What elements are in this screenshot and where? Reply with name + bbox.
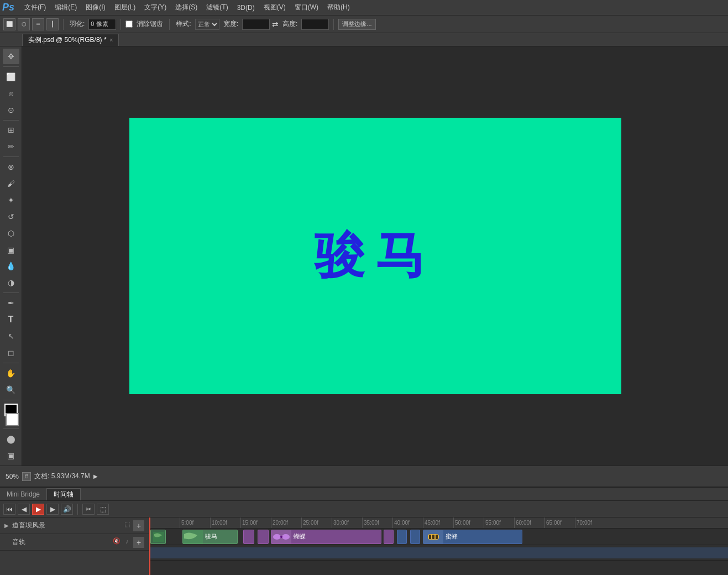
background-color[interactable] (6, 413, 19, 426)
history-brush-tool[interactable]: ↺ (3, 209, 19, 224)
menu-select[interactable]: 选择(S) (171, 2, 202, 13)
quick-select-tool[interactable]: ⊙ (3, 102, 19, 118)
rectangular-marquee-tool[interactable]: ⬜ (3, 69, 19, 85)
marquee-col-tool[interactable]: ┃ (46, 18, 59, 30)
clip-gap-1[interactable] (243, 530, 254, 544)
type-tool[interactable]: T (3, 312, 19, 327)
shape-tool[interactable]: ◻ (3, 345, 19, 360)
video-layer-row: ▶ 道畜坝风景 ⬚ + (0, 518, 149, 534)
style-select[interactable]: 正常 (195, 19, 219, 30)
marquee-ellipse-tool[interactable]: ⬡ (18, 18, 30, 30)
doc-size-value: 5.93M/34.7M (51, 472, 90, 480)
zoom-tool[interactable]: 🔍 (3, 382, 19, 398)
brush-tool[interactable]: 🖌 (3, 176, 19, 191)
timeline-controls: ⏮ ◀ ▶ ▶ 🔊 ✂ ⬚ (0, 501, 728, 518)
audio-layer-icons: 🔇 ♪ + (112, 537, 144, 548)
anti-alias-checkbox[interactable] (125, 20, 133, 28)
svg-point-3 (273, 534, 281, 540)
clip-gap-2[interactable] (258, 530, 269, 544)
audio-layer-add-clip[interactable]: + (133, 537, 144, 548)
clip-junma[interactable]: 骏马 (182, 530, 238, 544)
spot-heal-tool[interactable]: ⊗ (3, 159, 19, 175)
height-label: 高度: (282, 19, 297, 29)
marquee-rect-tool[interactable]: ⬜ (3, 18, 15, 30)
ruler-45: 45:00f (423, 518, 440, 528)
quick-mask-tool[interactable]: ⬤ (3, 431, 19, 447)
lasso-tool[interactable]: ⌾ (3, 86, 19, 101)
height-input[interactable] (301, 19, 329, 30)
clone-stamp-tool[interactable]: ✦ (3, 192, 19, 208)
pen-tool[interactable]: ✒ (3, 295, 19, 311)
video-layer-expand[interactable]: ▶ (4, 522, 9, 529)
adjust-edge-button[interactable]: 调整边缘... (338, 19, 375, 30)
menu-view[interactable]: 视图(V) (259, 2, 290, 13)
prev-frame-button[interactable]: ◀ (18, 504, 30, 515)
cut-button[interactable]: ✂ (82, 504, 95, 515)
crop-tool[interactable]: ⊞ (3, 123, 19, 138)
playhead[interactable] (149, 518, 150, 575)
video-layer-name: 道畜坝风景 (12, 521, 119, 530)
move-tool[interactable]: ✥ (3, 49, 19, 64)
blur-tool[interactable]: 💧 (3, 259, 19, 274)
menu-help[interactable]: 帮助(H) (323, 2, 354, 13)
ruler-40: 40:00f (392, 518, 410, 528)
eraser-tool[interactable]: ⬡ (3, 226, 19, 241)
video-layer-add-clip[interactable]: + (133, 520, 144, 531)
canvas: 骏马 (129, 118, 621, 394)
tab-timeline[interactable]: 时间轴 (46, 488, 81, 500)
feather-input[interactable] (88, 19, 116, 30)
svg-rect-10 (436, 535, 438, 539)
menu-layer[interactable]: 图层(L) (110, 2, 140, 13)
document-tab-close[interactable]: × (110, 37, 113, 43)
transition-button[interactable]: ⬚ (97, 504, 109, 515)
audio-layer-row: ▶ 音轨 🔇 ♪ + (0, 534, 149, 551)
clip-gap-4[interactable] (397, 530, 407, 544)
menu-filter[interactable]: 滤镜(T) (202, 2, 232, 13)
audio-mute-icon[interactable]: 🔇 (112, 537, 121, 546)
clip-junma-label: 骏马 (203, 532, 219, 541)
document-tab[interactable]: 实例.psd @ 50%(RGB/8) * × (22, 34, 119, 46)
tool-sep-5 (3, 363, 19, 363)
status-arrow[interactable]: ▶ (93, 473, 98, 479)
ruler-35: 35:00f (362, 518, 379, 528)
main-layout: ✥ ⬜ ⌾ ⊙ ⊞ ✏ ⊗ 🖌 ✦ ↺ ⬡ ▣ 💧 ◑ ✒ T ↖ ◻ ✋ 🔍 … (0, 46, 728, 466)
path-select-tool[interactable]: ↖ (3, 328, 19, 344)
play-button[interactable]: ▶ (32, 504, 44, 515)
marquee-row-tool[interactable]: ━ (32, 18, 44, 30)
feather-label: 羽化: (70, 19, 85, 29)
anti-alias-label: 消除锯齿 (137, 19, 163, 29)
swap-icon[interactable]: ⇄ (272, 20, 279, 29)
clip-0-thumb (151, 530, 166, 544)
clip-gap-5[interactable] (410, 530, 420, 544)
audio-button[interactable]: 🔊 (61, 504, 73, 515)
menu-edit[interactable]: 编辑(E) (50, 2, 81, 13)
clip-butterfly[interactable]: 蝴蝶 (271, 530, 381, 544)
next-frame-button[interactable]: ▶ (46, 504, 59, 515)
toolbar-separator-4 (333, 19, 334, 30)
dodge-tool[interactable]: ◑ (3, 275, 19, 290)
menu-3d[interactable]: 3D(D) (233, 3, 259, 13)
clip-0[interactable] (150, 530, 166, 544)
tab-mini-bridge[interactable]: Mini Bridge (0, 488, 46, 500)
menu-window[interactable]: 窗口(W) (290, 2, 323, 13)
menu-file[interactable]: 文件(F) (20, 2, 50, 13)
video-layer-icon-eye[interactable]: ⬚ (123, 520, 132, 529)
hand-tool[interactable]: ✋ (3, 365, 19, 381)
width-input[interactable] (242, 19, 270, 30)
left-toolbar: ✥ ⬜ ⌾ ⊙ ⊞ ✏ ⊗ 🖌 ✦ ↺ ⬡ ▣ 💧 ◑ ✒ T ↖ ◻ ✋ 🔍 … (0, 46, 22, 466)
canvas-text: 骏马 (315, 222, 436, 290)
gradient-tool[interactable]: ▣ (3, 242, 19, 258)
menu-image[interactable]: 图像(I) (81, 2, 109, 13)
clip-bee-label: 蜜蜂 (443, 532, 460, 541)
menu-text[interactable]: 文字(Y) (140, 2, 171, 13)
ruler-15: 15:00f (240, 518, 258, 528)
go-to-start-button[interactable]: ⏮ (3, 504, 15, 515)
video-layer-icons: ⬚ + (123, 520, 144, 531)
doc-icon[interactable]: 🗒 (22, 472, 31, 481)
clip-bee[interactable]: 蜜蜂 (423, 530, 522, 544)
clip-gap-3[interactable] (384, 530, 394, 544)
screen-mode-tool[interactable]: ▣ (3, 448, 19, 463)
eyedropper-tool[interactable]: ✏ (3, 139, 19, 154)
style-label: 样式: (176, 19, 191, 29)
audio-note-icon[interactable]: ♪ (123, 537, 132, 546)
